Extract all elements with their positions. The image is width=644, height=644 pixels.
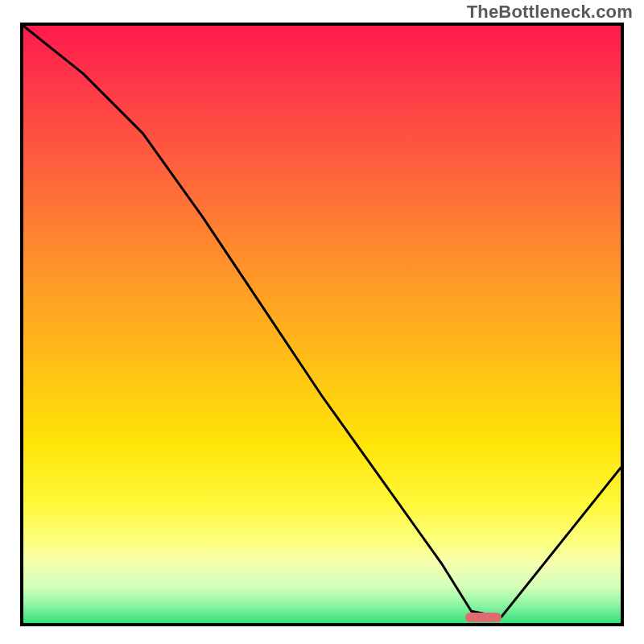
watermark-label: TheBottleneck.com <box>467 2 633 23</box>
bottleneck-curve <box>23 26 621 623</box>
chart-frame <box>20 23 624 626</box>
optimum-marker <box>465 613 502 622</box>
chart-plot-area <box>23 26 621 623</box>
